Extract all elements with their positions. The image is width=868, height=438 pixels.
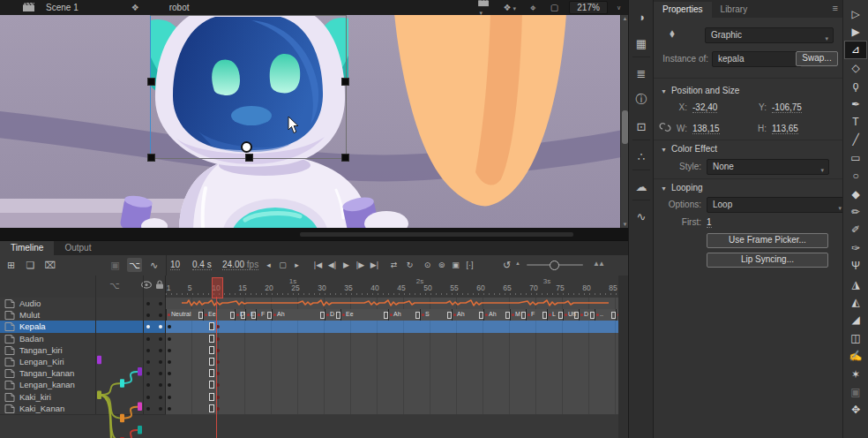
zoom-level-chevron-icon[interactable]: ∨ <box>617 4 621 11</box>
layer-row-lengan_kanan[interactable]: Lengan_kanan <box>0 379 166 391</box>
mouth-keyframe-segment[interactable]: D <box>579 309 595 321</box>
play-icon[interactable]: ▶ <box>339 258 354 272</box>
oval-tool[interactable]: ○ <box>845 168 866 185</box>
frames-row-lengan_kiri[interactable] <box>166 356 618 368</box>
camera-icon[interactable]: ▣ <box>108 258 123 272</box>
mouth-keyframe-segment[interactable]: F <box>256 309 273 321</box>
layer-visibility-dot[interactable] <box>146 313 150 317</box>
playhead-marker[interactable] <box>212 277 223 298</box>
free-transform-tool[interactable]: ⊿ <box>845 42 866 58</box>
loop-icon[interactable]: ↻ <box>402 258 417 272</box>
transform-handle-bottom-right[interactable] <box>341 154 349 162</box>
layer-parent-marker[interactable] <box>120 414 124 423</box>
layer-row-kepala[interactable]: Kepala <box>0 321 166 333</box>
frames-row-kepala[interactable] <box>166 321 618 333</box>
layer-row-kaki_kanan[interactable]: Kaki_Kanan <box>0 403 166 415</box>
modify-markers-icon[interactable]: [·] <box>462 258 477 272</box>
layer-lock-dot[interactable] <box>159 313 162 317</box>
pencil-tool[interactable]: ✏ <box>845 203 866 220</box>
layer-row-tangan_kanan[interactable]: Tangan_kanan <box>0 367 166 380</box>
layer-row-badan[interactable]: Badan <box>0 333 166 345</box>
parenting-view-icon[interactable]: ⌥ <box>127 258 142 272</box>
frames-row-lengan_kanan[interactable] <box>166 379 618 391</box>
line-tool[interactable]: ╱ <box>845 132 866 148</box>
swatches-icon[interactable]: ▦ <box>632 34 651 53</box>
w-value[interactable]: 138,15 <box>692 124 720 134</box>
onion-outline-icon[interactable]: ⊚ <box>434 258 449 272</box>
frames-row-badan[interactable] <box>166 333 618 345</box>
eraser-tool[interactable]: ◫ <box>845 329 866 346</box>
layer-visibility-dot[interactable] <box>146 349 150 352</box>
panel-menu-icon[interactable]: ≡ <box>833 3 838 13</box>
ink-bottle-tool[interactable]: ◭ <box>845 293 866 310</box>
frames-row-mulut[interactable]: NeutralEeDEFAhDEeAhSAhAhMFLUhD..S <box>166 309 618 321</box>
pen-tool[interactable]: ✒ <box>845 95 866 112</box>
x-value[interactable]: -32,40 <box>692 102 717 113</box>
layer-row-tangan_kiri[interactable]: Tangan_kiri <box>0 344 166 357</box>
layer-visibility-dot[interactable] <box>146 372 150 375</box>
text-tool[interactable]: T <box>845 113 866 130</box>
mouth-keyframe-segment[interactable]: Ah <box>272 309 326 321</box>
frames-row-tangan_kiri[interactable] <box>166 344 618 357</box>
frames-row-audio[interactable] <box>166 298 618 310</box>
timeline-zoom-slider[interactable] <box>527 264 583 266</box>
layer-lock-dot[interactable] <box>159 396 162 399</box>
layer-parent-marker[interactable] <box>138 426 142 434</box>
go-last-icon[interactable]: ▶| <box>367 258 382 272</box>
layer-lock-dot[interactable] <box>159 337 162 341</box>
playhead-line[interactable] <box>216 297 217 438</box>
lip-syncing-button[interactable]: Lip Syncing... <box>707 253 828 268</box>
stage-canvas[interactable]: ▲ ▼ <box>0 15 628 228</box>
graph-view-icon[interactable]: ∿ <box>146 258 161 272</box>
eyedropper-tool[interactable]: ◢ <box>845 312 866 328</box>
gradient-transform-tool[interactable]: ◇ <box>845 59 866 76</box>
layer-lock-dot[interactable] <box>159 302 162 306</box>
new-layer-icon[interactable]: ⊞ <box>4 258 19 272</box>
frames-row-kaki_kanan[interactable] <box>166 403 618 415</box>
stage-bottom-scroll-area[interactable] <box>0 228 628 240</box>
mouth-keyframe-segment[interactable]: F <box>526 309 548 321</box>
clip-content-icon[interactable]: ▢ <box>550 3 558 12</box>
paint-bucket-tool[interactable]: ◮ <box>845 276 866 292</box>
frames-row-tangan_kanan[interactable] <box>166 367 618 380</box>
asset-warp-tool[interactable]: ✍ <box>845 348 866 365</box>
layer-visibility-dot[interactable] <box>146 383 150 387</box>
tab-timeline[interactable]: Timeline <box>0 241 54 255</box>
edit-symbols-menu-icon[interactable]: ❖▾ <box>504 3 516 12</box>
frames-row-kaki_kiri[interactable] <box>166 391 618 404</box>
layer-visibility-dot[interactable] <box>146 360 150 364</box>
layer-name[interactable]: Kaki_Kanan <box>19 404 64 413</box>
first-frame-value[interactable]: 1 <box>707 217 712 228</box>
timeline-ruler[interactable]: ⌥ 1s2s3s15101520253035404550556065707580… <box>0 276 628 298</box>
layer-name[interactable]: Lengan_kanan <box>19 380 75 389</box>
current-frame-value[interactable]: 10 <box>170 260 180 270</box>
frame-rate-value[interactable]: 24.00 fps <box>222 260 258 270</box>
subselection-tool[interactable]: ▶ <box>845 23 866 40</box>
reset-timeline-zoom-icon[interactable]: ↺ <box>499 258 514 272</box>
mouth-keyframe-segment[interactable]: S <box>420 309 453 321</box>
center-frame-icon[interactable]: ▢ <box>275 258 290 272</box>
go-first-icon[interactable]: |◀ <box>311 258 326 272</box>
swap-button[interactable]: Swap... <box>796 51 838 66</box>
position-size-section-header[interactable]: ▼Position and Size <box>661 86 739 95</box>
transform-handle-bottom-left[interactable] <box>147 154 155 162</box>
bone-tool[interactable]: Ψ <box>845 258 866 275</box>
layer-name[interactable]: Kaki_kiri <box>19 392 51 402</box>
symbol-type-select[interactable]: Graphic▾ <box>705 27 834 43</box>
looping-section-header[interactable]: ▼Looping <box>661 183 703 193</box>
mouth-keyframe-segment[interactable]: .. <box>595 309 617 321</box>
layer-visibility-dot[interactable] <box>146 337 150 341</box>
width-tool[interactable]: ✶ <box>845 366 866 382</box>
mouth-keyframe-segment[interactable]: M <box>510 309 527 321</box>
center-stage-icon[interactable]: ⌖ <box>530 2 536 14</box>
hand-tool[interactable]: ✥ <box>845 402 866 419</box>
paint-brush-tool[interactable]: ✑ <box>845 239 866 256</box>
selection-tool[interactable]: ▷ <box>845 5 866 22</box>
layer-lock-dot[interactable] <box>159 372 162 375</box>
selection-bounding-box[interactable] <box>150 15 347 159</box>
mouth-keyframe-segment[interactable]: Uh <box>563 309 580 321</box>
tab-properties[interactable]: Properties <box>654 2 712 18</box>
cc-libraries-icon[interactable]: ☁ <box>632 177 651 196</box>
layer-name[interactable]: Mulut <box>19 310 40 320</box>
step-forward-icon[interactable]: ▸ <box>289 258 304 272</box>
